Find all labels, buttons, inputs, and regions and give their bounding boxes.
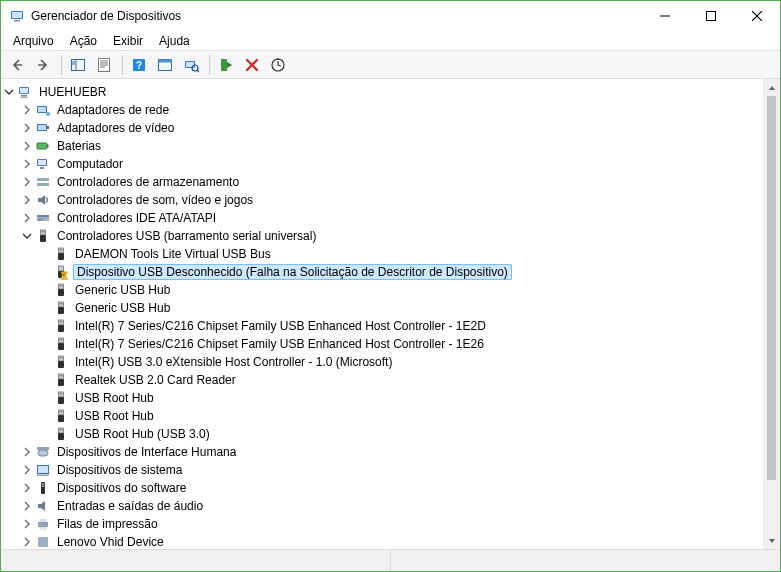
expand-icon[interactable]	[21, 446, 33, 458]
category-audioIO[interactable]: Entradas e saídas de áudio	[21, 497, 780, 515]
collapse-icon[interactable]	[3, 86, 15, 98]
svg-rect-2	[14, 20, 20, 22]
tree-item-label: Adaptadores de rede	[55, 103, 171, 117]
category-storageCtrl[interactable]: Controladores de armazenamento	[21, 173, 780, 191]
properties-button[interactable]	[92, 53, 116, 77]
scroll-up-button[interactable]	[763, 79, 780, 96]
back-button[interactable]	[5, 53, 29, 77]
tree-item-label: Filas de impressão	[55, 517, 160, 531]
category-soundCtrl[interactable]: Controladores de som, vídeo e jogos	[21, 191, 780, 209]
usb-device-item[interactable]: Realtek USB 2.0 Card Reader	[39, 371, 780, 389]
usb-device-icon	[53, 300, 69, 316]
usb-device-item[interactable]: Generic USB Hub	[39, 281, 780, 299]
menu-view[interactable]: Exibir	[105, 32, 151, 50]
tree-item-label: Generic USB Hub	[73, 283, 172, 297]
usb-device-item[interactable]: USB Root Hub	[39, 389, 780, 407]
category-printQueues[interactable]: Filas de impressão	[21, 515, 780, 533]
svg-rect-86	[59, 410, 64, 415]
expand-icon[interactable]	[21, 464, 33, 476]
svg-rect-104	[38, 537, 48, 547]
svg-rect-87	[58, 415, 64, 422]
titlebar: Gerenciador de Dispositivos	[1, 1, 780, 31]
svg-rect-66	[59, 320, 64, 325]
menu-file[interactable]: Arquivo	[5, 32, 62, 50]
scroll-track[interactable]	[763, 96, 780, 532]
scroll-down-button[interactable]	[763, 532, 780, 549]
expand-icon[interactable]	[21, 212, 33, 224]
root-node[interactable]: HUEHUEBR	[3, 83, 780, 101]
usb-device-item[interactable]: !Dispositivo USB Desconhecido (Falha na …	[39, 263, 780, 281]
category-lenovoVhid[interactable]: Lenovo Vhid Device	[21, 533, 780, 549]
system-devices-icon	[35, 462, 51, 478]
category-usbCtrl[interactable]: Controladores USB (barramento serial uni…	[21, 227, 780, 245]
usb-device-icon	[53, 390, 69, 406]
maximize-button[interactable]	[688, 1, 734, 31]
menu-action[interactable]: Ação	[62, 32, 105, 50]
category-computer[interactable]: Computador	[21, 155, 780, 173]
svg-rect-85	[61, 393, 62, 394]
scan-hardware-button[interactable]	[179, 53, 203, 77]
category-ideCtrl[interactable]: Controladores IDE ATA/ATAPI	[21, 209, 780, 227]
expand-icon[interactable]	[21, 104, 33, 116]
tree-item-label: Controladores USB (barramento serial uni…	[55, 229, 318, 243]
category-netAdapters[interactable]: Adaptadores de rede	[21, 101, 780, 119]
close-button[interactable]	[734, 1, 780, 31]
forward-button[interactable]	[31, 53, 55, 77]
tree-item-label: Adaptadores de vídeo	[55, 121, 176, 135]
usb-device-item[interactable]: DAEMON Tools Lite Virtual USB Bus	[39, 245, 780, 263]
svg-rect-65	[61, 303, 62, 304]
vertical-scrollbar[interactable]	[763, 79, 780, 549]
usb-device-item[interactable]: Intel(R) 7 Series/C216 Chipset Family US…	[39, 317, 780, 335]
scroll-thumb[interactable]	[767, 96, 776, 480]
expand-icon[interactable]	[21, 500, 33, 512]
svg-line-21	[197, 70, 199, 72]
expand-icon[interactable]	[21, 140, 33, 152]
category-softwareDevices[interactable]: Dispositivos do software	[21, 479, 780, 497]
svg-rect-102	[40, 519, 46, 522]
category-hid[interactable]: Dispositivos de Interface Humana	[21, 443, 780, 461]
collapse-icon[interactable]	[21, 230, 33, 242]
svg-rect-33	[47, 126, 49, 129]
device-tree[interactable]: HUEHUEBRAdaptadores de redeAdaptadores d…	[1, 79, 780, 549]
category-systemDevices[interactable]: Dispositivos de sistema	[21, 461, 780, 479]
toolbar-separator	[61, 55, 62, 75]
usb-device-item[interactable]: USB Root Hub	[39, 407, 780, 425]
uninstall-device-button[interactable]	[240, 53, 264, 77]
svg-rect-34	[37, 143, 47, 149]
tree-item-label: DAEMON Tools Lite Virtual USB Bus	[73, 247, 273, 261]
expand-icon[interactable]	[21, 122, 33, 134]
expand-icon[interactable]	[21, 158, 33, 170]
svg-rect-76	[60, 357, 61, 358]
svg-rect-25	[20, 88, 28, 93]
usb-device-item[interactable]: Generic USB Hub	[39, 299, 780, 317]
usb-device-item[interactable]: Intel(R) 7 Series/C216 Chipset Family US…	[39, 335, 780, 353]
category-batteries[interactable]: Baterias	[21, 137, 780, 155]
toolbar: ?	[1, 51, 780, 79]
view-button[interactable]	[153, 53, 177, 77]
svg-rect-55	[59, 266, 64, 271]
minimize-button[interactable]	[642, 1, 688, 31]
expand-icon[interactable]	[21, 518, 33, 530]
menu-help[interactable]: Ajuda	[151, 32, 198, 50]
update-driver-button[interactable]	[266, 53, 290, 77]
tree-item-label: USB Root Hub	[73, 409, 156, 423]
usb-device-item[interactable]: USB Root Hub (USB 3.0)	[39, 425, 780, 443]
window-buttons	[642, 1, 780, 31]
show-hide-tree-button[interactable]	[66, 53, 90, 77]
svg-rect-22	[221, 59, 227, 71]
tree-item-label: Computador	[55, 157, 125, 171]
svg-rect-79	[58, 379, 64, 386]
expand-icon[interactable]	[21, 176, 33, 188]
toolbar-separator	[209, 55, 210, 75]
category-videoAdapters[interactable]: Adaptadores de vídeo	[21, 119, 780, 137]
enable-device-button[interactable]	[214, 53, 238, 77]
usb-device-item[interactable]: Intel(R) USB 3.0 eXtensible Host Control…	[39, 353, 780, 371]
expand-icon[interactable]	[21, 482, 33, 494]
status-cell	[391, 550, 780, 571]
tree-item-label: Baterias	[55, 139, 103, 153]
usb-device-icon	[53, 408, 69, 424]
help-button[interactable]: ?	[127, 53, 151, 77]
expand-icon[interactable]	[21, 194, 33, 206]
expand-icon[interactable]	[21, 536, 33, 548]
battery-icon	[35, 138, 51, 154]
